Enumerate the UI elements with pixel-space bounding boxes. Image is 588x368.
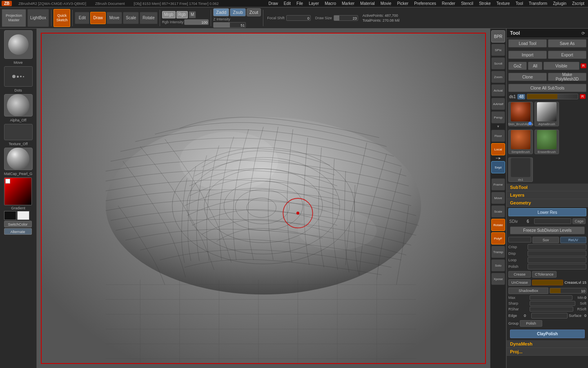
floor-button[interactable]: Floor — [491, 130, 505, 142]
menu-layer[interactable]: Layer — [307, 1, 321, 6]
visible-button[interactable]: Visible — [543, 62, 579, 70]
group-polish-button[interactable]: Polish — [520, 320, 542, 327]
xpose-button[interactable]: Xpose — [491, 273, 505, 285]
local-button[interactable]: Local — [491, 143, 505, 155]
texture-preview[interactable] — [4, 124, 33, 140]
rgb-intensity-slider[interactable]: 100 — [184, 19, 209, 25]
zoom-button[interactable]: Zoom — [491, 71, 505, 83]
quick-sketch-button[interactable]: QuickSketch — [53, 9, 71, 27]
menu-material[interactable]: Material — [358, 1, 377, 6]
load-tool-button[interactable]: Load Tool — [508, 39, 547, 47]
alternate-button[interactable]: Alternate — [4, 228, 32, 235]
persp-button[interactable]: Persp — [491, 111, 505, 123]
loop-slider[interactable] — [528, 257, 586, 263]
solo-button[interactable]: Solo — [491, 259, 505, 272]
ds1-r-button[interactable]: R — [580, 94, 586, 99]
suv-button[interactable]: Suv — [532, 237, 559, 243]
canvas-area[interactable] — [37, 29, 490, 368]
menu-texture[interactable]: Texture — [494, 1, 512, 6]
menu-zplugin[interactable]: Zplugin — [551, 1, 568, 6]
lightbox-button[interactable]: LightBox — [27, 9, 49, 27]
spix-button[interactable]: SPix — [491, 44, 505, 56]
frame-button[interactable]: Frame — [491, 178, 505, 191]
make-polymesh3d-button[interactable]: Make PolyMesh3D — [548, 73, 586, 81]
max-slider[interactable] — [530, 295, 572, 300]
draw-button[interactable]: Draw — [90, 12, 105, 24]
menu-picker[interactable]: Picker — [395, 1, 410, 6]
ctolerance-button[interactable]: CTolerance — [532, 271, 557, 278]
tool-settings-icon[interactable]: ⟳ — [581, 31, 585, 36]
menu-stencil[interactable]: Stencil — [459, 1, 475, 6]
brush-preview[interactable] — [4, 30, 33, 59]
foreground-color-swatch[interactable] — [4, 211, 16, 220]
rsharp-slider[interactable] — [530, 307, 573, 312]
sdiv-slider[interactable] — [534, 218, 571, 224]
mrgb-button[interactable]: Mrgb — [162, 11, 176, 18]
move-button[interactable]: Move — [107, 12, 122, 24]
proj-section-title[interactable]: Proj... — [507, 348, 588, 356]
menu-marker[interactable]: Marker — [340, 1, 356, 6]
crease-lvl-slider[interactable] — [532, 280, 563, 285]
scroll-button[interactable]: Scroll — [491, 57, 505, 70]
subtool-section-title[interactable]: SubTool — [507, 184, 588, 191]
scale-view-button[interactable]: Scale — [491, 205, 505, 218]
menu-macro[interactable]: Macro — [323, 1, 338, 6]
save-as-button[interactable]: Save As — [548, 39, 586, 47]
rotate-view-button[interactable]: Rotate — [491, 219, 505, 231]
z-intensity-slider[interactable]: 51 — [213, 22, 246, 28]
ds1-thumb[interactable]: ds1 — [508, 157, 533, 182]
switch-color-button[interactable]: SwitchColor — [4, 221, 32, 227]
subdiv-level-slider[interactable] — [508, 237, 531, 242]
export-button[interactable]: Export — [548, 51, 586, 59]
clay-polish-button[interactable]: ClayPolish — [510, 330, 585, 338]
lower-res-button[interactable]: Lower Res — [508, 208, 586, 216]
freeze-subdivision-button[interactable]: Freeze SubDivision Levels — [510, 227, 585, 234]
eraser-brush-thumb[interactable]: EraserBrush — [535, 130, 559, 154]
background-color-swatch[interactable] — [17, 211, 29, 220]
menu-edit[interactable]: Edit — [282, 1, 293, 6]
matcap-preview[interactable] — [4, 148, 33, 170]
menu-stroke[interactable]: Stroke — [477, 1, 493, 6]
scale-button[interactable]: Scale — [123, 12, 139, 24]
zadd-button[interactable]: Zadd — [213, 8, 229, 16]
draw-size-slider[interactable]: 23 — [334, 15, 358, 21]
layers-section-title[interactable]: Layers — [507, 191, 588, 199]
move-view-button[interactable]: Move — [491, 192, 505, 204]
menu-tool[interactable]: Tool — [514, 1, 525, 6]
shadowbox-button[interactable]: ShadowBox — [508, 287, 548, 294]
alpha-brush-thumb[interactable]: AlphaBrush — [535, 102, 559, 126]
import-button[interactable]: Import — [508, 51, 547, 59]
dynamesh-section-title[interactable]: DynaMesh — [507, 340, 588, 348]
geometry-section-title[interactable]: Geometry — [507, 199, 588, 207]
reuv-button[interactable]: ReUV — [560, 237, 586, 243]
zcut-button[interactable]: Zcut — [247, 8, 261, 16]
sxyz-button[interactable]: Sxyz — [491, 161, 505, 173]
aahalf-button[interactable]: AAHalf — [491, 98, 505, 110]
rotate-button[interactable]: Rotate — [140, 12, 157, 24]
simple-brush-thumb[interactable]: SimpleBrush — [508, 130, 533, 154]
edit-button[interactable]: Edit — [75, 12, 89, 24]
crisp-slider[interactable] — [528, 244, 586, 250]
menu-transform[interactable]: Transform — [527, 1, 549, 6]
skin-brush-thumb[interactable]: Skin_BrushAlpha — [508, 102, 533, 126]
menu-file[interactable]: File — [294, 1, 305, 6]
crease-button[interactable]: Crease — [508, 271, 531, 278]
goz-button[interactable]: GoZ — [508, 62, 527, 70]
disp-slider[interactable] — [528, 251, 586, 256]
menu-movie[interactable]: Movie — [379, 1, 394, 6]
menu-draw[interactable]: Draw — [266, 1, 280, 6]
clone-button[interactable]: Clone — [508, 73, 547, 81]
polish-geo-slider[interactable] — [528, 264, 586, 269]
menu-render[interactable]: Render — [440, 1, 457, 6]
alpha-preview[interactable] — [4, 94, 33, 117]
clone-all-subtools-button[interactable]: Clone All SubTools — [508, 84, 586, 92]
projection-master-button[interactable]: ProjectionMaster — [2, 9, 26, 27]
focal-shift-slider[interactable]: 0 — [286, 15, 311, 21]
polish-slider[interactable]: 10 — [550, 288, 586, 294]
actual-button[interactable]: Actual — [491, 84, 505, 96]
rgb-button[interactable]: Rgb — [176, 11, 188, 18]
uncrease-button[interactable]: UnCrease — [508, 279, 531, 286]
menu-zscript[interactable]: Zscript — [570, 1, 586, 6]
r-button[interactable]: R — [581, 63, 587, 68]
edge-slider[interactable] — [531, 313, 568, 319]
